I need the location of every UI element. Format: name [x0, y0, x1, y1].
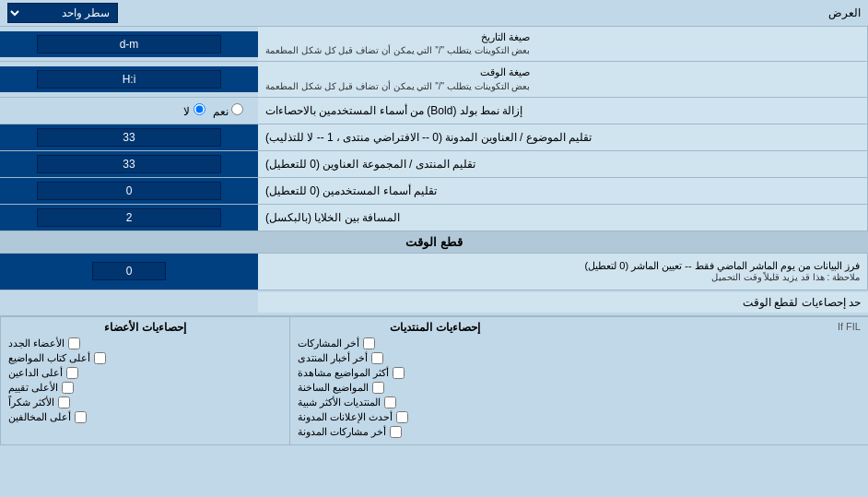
col1-item-1: الأعضاء الجدد	[8, 337, 282, 349]
col2-check-1[interactable]	[363, 337, 375, 349]
forum-input-cell	[0, 151, 258, 177]
col1-item-4: الأعلى تقييم	[8, 382, 282, 394]
limit-label: حد إحصاءيات لقطع الوقت	[258, 292, 868, 313]
checkbox-section: إحصاءيات الأعضاء الأعضاء الجدد أعلى كتاب…	[0, 316, 868, 444]
bold-no-radio[interactable]	[194, 103, 205, 115]
limit-input-area	[0, 299, 258, 306]
limit-row: حد إحصاءيات لقطع الوقت	[0, 290, 868, 316]
cutoff-input-cell	[0, 254, 258, 290]
bold-yes-radio[interactable]	[231, 103, 243, 115]
date-format-input[interactable]	[37, 35, 221, 53]
display-mode-label: العرض	[828, 6, 861, 19]
bold-yes-label: نعم	[213, 103, 243, 118]
col2-header: إحصاءيات المنتديات	[298, 321, 571, 334]
users-label: تقليم أسماء المستخدمين (0 للتعطيل)	[258, 178, 868, 204]
cutoff-label: فرز البيانات من يوم الماشر الماضي فقط --…	[258, 254, 868, 290]
date-format-label: صيغة التاريخ بعض التكوينات يتطلب "/" الت…	[258, 27, 868, 61]
col2-item-6: أحدث الإعلانات المدونة	[298, 411, 571, 423]
time-format-input[interactable]	[37, 70, 221, 89]
gap-label: المسافة بين الخلايا (بالبكسل)	[258, 205, 868, 231]
col1-check-5[interactable]	[58, 396, 70, 408]
col2-check-6[interactable]	[396, 411, 408, 423]
users-trim-row: تقليم أسماء المستخدمين (0 للتعطيل)	[0, 178, 868, 205]
col2-check-7[interactable]	[390, 426, 402, 438]
col2-check-3[interactable]	[393, 367, 405, 379]
cutoff-input[interactable]	[92, 262, 166, 280]
cutoff-section-header: قطع الوقت	[0, 231, 868, 254]
topics-input[interactable]	[37, 128, 221, 147]
bold-no-label: لا	[183, 103, 205, 118]
cutoff-label-main: فرز البيانات من يوم الماشر الماضي فقط --…	[265, 260, 860, 272]
col2-item-5: المنتديات الأكثر شبية	[298, 396, 571, 408]
col2-item-7: أخر مشاركات المدونة	[298, 426, 571, 438]
cutoff-label-note: ملاحظة : هذا قد يزيد قليلاً وقت التحميل	[265, 272, 860, 282]
forum-trim-row: تقليم المنتدى / المجموعة العناوين (0 للت…	[0, 151, 868, 178]
col1-check-4[interactable]	[62, 382, 74, 394]
users-input[interactable]	[37, 182, 221, 200]
date-format-label-main: صيغة التاريخ	[265, 30, 530, 44]
cutoff-row: فرز البيانات من يوم الماشر الماضي فقط --…	[0, 254, 868, 290]
gap-row: المسافة بين الخلايا (بالبكسل)	[0, 205, 868, 231]
col1-header: إحصاءيات الأعضاء	[8, 321, 282, 334]
bold-input-cell: نعم لا	[0, 98, 258, 124]
checkbox-col-forums: إحصاءيات المنتديات أخر المشاركات أخر أخب…	[289, 317, 579, 444]
checkbox-col-right: If FIL	[580, 317, 868, 444]
col1-check-2[interactable]	[94, 352, 106, 364]
col1-check-3[interactable]	[66, 367, 78, 379]
col1-item-5: الأكثر شكراً	[8, 396, 282, 408]
checkbox-col-members: إحصاءيات الأعضاء الأعضاء الجدد أعلى كتاب…	[0, 317, 289, 444]
main-container: العرض سطر واحد متعدد الأسطر صيغة التاريخ…	[0, 0, 868, 445]
time-format-label-main: صيغة الوقت	[265, 65, 530, 79]
gap-input-cell	[0, 205, 258, 231]
date-format-input-cell	[0, 31, 258, 57]
time-format-label-note: بعض التكوينات يتطلب "/" التي يمكن أن تضا…	[265, 80, 530, 93]
col2-item-1: أخر المشاركات	[298, 337, 571, 349]
col2-item-2: أخر أخبار المنتدى	[298, 352, 571, 364]
if-fil-text: If FIL	[587, 321, 861, 332]
col1-check-6[interactable]	[75, 411, 87, 423]
col1-item-3: أعلى الداعين	[8, 367, 282, 379]
topics-input-cell	[0, 124, 258, 150]
col2-check-5[interactable]	[384, 396, 396, 408]
bold-row: نعم لا إزالة نمط بولد (Bold) من أسماء ال…	[0, 98, 868, 124]
col2-item-4: المواضيع الساخنة	[298, 382, 571, 394]
col1-check-1[interactable]	[68, 337, 80, 349]
col1-item-6: أعلى المخالفين	[8, 411, 282, 423]
col2-item-3: أكثر المواضيع مشاهدة	[298, 367, 571, 379]
users-input-cell	[0, 178, 258, 204]
limit-section: حد إحصاءيات لقطع الوقت إحصاءيات الأعضاء …	[0, 290, 868, 445]
time-format-label: صيغة الوقت بعض التكوينات يتطلب "/" التي …	[258, 62, 868, 96]
display-mode-select[interactable]: سطر واحد متعدد الأسطر	[7, 3, 118, 23]
topics-trim-row: تقليم الموضوع / العناوين المدونة (0 -- ا…	[0, 124, 868, 151]
col2-check-4[interactable]	[372, 382, 384, 394]
forum-input[interactable]	[37, 155, 221, 173]
gap-input[interactable]	[37, 208, 221, 227]
time-format-input-cell	[0, 66, 258, 92]
time-format-row: صيغة الوقت بعض التكوينات يتطلب "/" التي …	[0, 62, 868, 97]
col2-check-2[interactable]	[371, 352, 383, 364]
date-format-row: صيغة التاريخ بعض التكوينات يتطلب "/" الت…	[0, 27, 868, 62]
topics-label: تقليم الموضوع / العناوين المدونة (0 -- ا…	[258, 124, 868, 150]
display-mode-row: العرض سطر واحد متعدد الأسطر	[0, 0, 868, 27]
bold-label: إزالة نمط بولد (Bold) من أسماء المستخدمي…	[258, 98, 868, 124]
date-format-label-note: بعض التكوينات يتطلب "/" التي يمكن أن تضا…	[265, 44, 530, 57]
col1-item-2: أعلى كتاب المواضيع	[8, 352, 282, 364]
forum-label: تقليم المنتدى / المجموعة العناوين (0 للت…	[258, 151, 868, 177]
